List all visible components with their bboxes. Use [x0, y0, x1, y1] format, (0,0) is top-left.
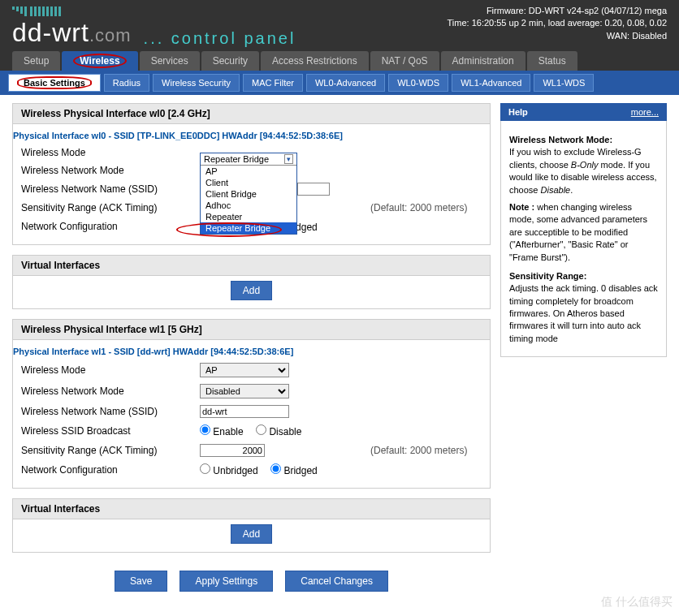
- wl0-mode-opt-repeater[interactable]: Repeater: [201, 211, 296, 222]
- wl1-broadcast-label: Wireless SSID Broadcast: [21, 425, 200, 437]
- logo-text: dd-wrt.com: [12, 18, 132, 48]
- header-status: Firmware: DD-WRT v24-sp2 (04/07/12) mega…: [448, 5, 668, 42]
- subtab-wireless-security[interactable]: Wireless Security: [153, 74, 240, 92]
- help-header: Help more...: [500, 103, 667, 121]
- subtab-wl1-advanced[interactable]: WL1-Advanced: [452, 74, 530, 92]
- wl0-mode-opt-adhoc[interactable]: Adhoc: [201, 200, 296, 211]
- tab-nat-qos[interactable]: NAT / QoS: [370, 51, 439, 71]
- wl0-netmode-label: Wireless Network Mode: [21, 165, 200, 176]
- add-virtual-wl0-button[interactable]: Add: [231, 281, 272, 300]
- subtab-basic-settings[interactable]: Basic Settings: [8, 74, 101, 92]
- tab-services[interactable]: Services: [140, 51, 200, 71]
- virtual-title: Virtual Interfaces: [13, 256, 490, 276]
- subtab-wl1-wds[interactable]: WL1-WDS: [534, 74, 594, 92]
- wl0-ssid-label: Wireless Network Name (SSID): [21, 183, 200, 195]
- chevron-down-icon: ▾: [284, 154, 293, 164]
- wl0-section: Wireless Physical Interface wl0 [2.4 GHz…: [12, 103, 491, 245]
- wl1-netmode-label: Wireless Network Mode: [21, 386, 200, 397]
- wl1-bridged-radio[interactable]: Bridged: [270, 465, 318, 476]
- wl1-ack-default: (Default: 2000 meters): [370, 445, 467, 456]
- help-h2: Sensitivity Range:: [509, 270, 658, 282]
- subtab-wl0-advanced[interactable]: WL0-Advanced: [306, 74, 385, 92]
- wl0-netconf-label: Network Configuration: [21, 221, 200, 232]
- wl0-mode-opt-ap[interactable]: AP: [201, 166, 296, 177]
- sub-tabs: Basic Settings Radius Wireless Security …: [0, 71, 679, 95]
- control-panel-label: ... control panel: [144, 29, 296, 48]
- tab-security[interactable]: Security: [201, 51, 259, 71]
- help-h1: Wireless Network Mode:: [509, 134, 658, 146]
- virtual-title-2: Virtual Interfaces: [13, 499, 490, 519]
- subtab-mac-filter[interactable]: MAC Filter: [243, 74, 303, 92]
- wl1-ack-input[interactable]: [200, 444, 265, 457]
- tab-access-restrictions[interactable]: Access Restrictions: [261, 51, 369, 71]
- wl1-ack-label: Sensitivity Range (ACK Timing): [21, 445, 200, 456]
- wl1-ssid-label: Wireless Network Name (SSID): [21, 406, 200, 417]
- tab-administration[interactable]: Administration: [441, 51, 525, 71]
- wl1-broadcast-disable-radio[interactable]: Disable: [256, 426, 301, 437]
- wl1-section-title: Wireless Physical Interface wl1 [5 GHz]: [13, 320, 490, 340]
- wan-text: WAN: Disabled: [448, 30, 668, 42]
- subtab-radius[interactable]: Radius: [104, 74, 149, 92]
- cancel-changes-button[interactable]: Cancel Changes: [285, 571, 388, 592]
- wl1-unbridged-radio[interactable]: Unbridged: [200, 465, 258, 476]
- help-more-link[interactable]: more...: [631, 107, 659, 117]
- wl1-mode-select[interactable]: AP: [200, 363, 289, 377]
- main-tabs: Setup Wireless Services Security Access …: [12, 51, 667, 71]
- wl0-mode-label: Wireless Mode: [21, 147, 200, 158]
- help-body: Wireless Network Mode: If you wish to ex…: [500, 121, 667, 357]
- save-button[interactable]: Save: [115, 571, 167, 592]
- wl1-ssid-input[interactable]: [200, 405, 289, 418]
- wl0-section-title: Wireless Physical Interface wl0 [2.4 GHz…: [13, 104, 490, 124]
- virtual-interfaces-wl1: Virtual Interfaces Add: [12, 498, 491, 553]
- firmware-text: Firmware: DD-WRT v24-sp2 (04/07/12) mega: [448, 5, 668, 17]
- wl1-netconf-label: Network Configuration: [21, 464, 200, 476]
- wl1-section: Wireless Physical Interface wl1 [5 GHz] …: [12, 319, 491, 489]
- wl0-ack-default: (Default: 2000 meters): [370, 202, 467, 213]
- wl1-broadcast-enable-radio[interactable]: Enable: [200, 426, 244, 437]
- apply-settings-button[interactable]: Apply Settings: [179, 571, 273, 592]
- time-text: Time: 16:20:55 up 2 min, load average: 0…: [448, 17, 668, 29]
- wl0-mode-opt-client-bridge[interactable]: Client Bridge: [201, 188, 296, 200]
- wl1-interface-title: Physical Interface wl1 - SSID [dd-wrt] H…: [13, 340, 490, 360]
- add-virtual-wl1-button[interactable]: Add: [231, 524, 272, 544]
- virtual-interfaces-wl0: Virtual Interfaces Add: [12, 255, 491, 309]
- wl0-mode-select[interactable]: Repeater Bridge▾ AP Client Client Bridge…: [200, 153, 297, 235]
- tab-setup[interactable]: Setup: [12, 51, 60, 71]
- tab-status[interactable]: Status: [527, 51, 577, 71]
- wl0-mode-opt-client[interactable]: Client: [201, 177, 296, 188]
- help-title: Help: [508, 107, 528, 117]
- wl1-netmode-select[interactable]: Disabled: [200, 384, 289, 398]
- wl0-ssid-input[interactable]: [297, 183, 330, 196]
- wl0-ack-label: Sensitivity Range (ACK Timing): [21, 202, 200, 213]
- wl0-mode-opt-repeater-bridge[interactable]: Repeater Bridge: [201, 222, 296, 234]
- wl1-mode-label: Wireless Mode: [21, 364, 200, 376]
- tab-wireless[interactable]: Wireless: [62, 51, 137, 71]
- wl0-interface-title: Physical Interface wl0 - SSID [TP-LINK_E…: [13, 124, 490, 144]
- watermark: 值 什么值得买: [601, 595, 673, 608]
- subtab-wl0-wds[interactable]: WL0-WDS: [388, 74, 448, 92]
